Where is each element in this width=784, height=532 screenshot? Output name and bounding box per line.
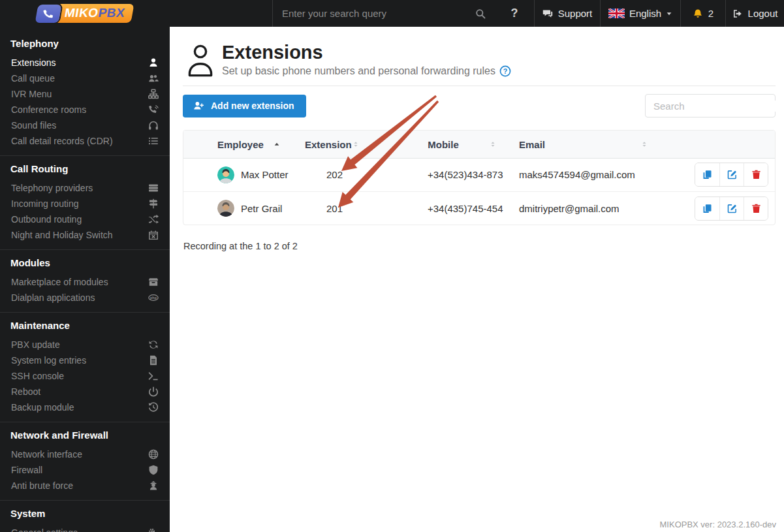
sidebar-item-label: Firewall [11,465,42,475]
delete-button[interactable] [744,197,768,220]
status-cell [183,158,212,191]
row-actions [695,196,768,221]
sidebar-item-label: Call detail records (CDR) [11,136,113,146]
sidebar-item-label: Anti brute force [11,480,73,491]
extension-cell: 202 [297,158,375,191]
employee-cell: Petr Grail [212,191,297,225]
extension-cell: 201 [297,191,375,225]
sort-icon[interactable] [640,140,648,148]
main-content: Extensions Set up basic phone numbers an… [170,27,784,532]
search-icon[interactable] [475,8,486,19]
sidebar-item-anti-brute-force[interactable]: Anti brute force [0,478,170,493]
column-header-extension[interactable]: Extension [297,131,375,158]
language-selector[interactable]: English [601,0,680,27]
sidebar-section-title: Telephony [0,33,170,55]
sidebar-item-label: Outbound routing [11,214,82,225]
sidebar-item-night-and-holiday-switch[interactable]: Night and Holiday Switch [0,227,170,243]
status-cell [183,191,212,225]
sort-icon[interactable] [352,140,360,148]
sidebar-item-label: Incoming routing [11,198,79,209]
user-plus-icon [193,101,204,111]
add-extension-button[interactable]: Add new extension [183,95,306,117]
sidebar-item-call-detail-records-cdr[interactable]: Call detail records (CDR) [0,133,170,149]
sidebar-section-title: Network and Firewall [0,425,170,446]
version-label: MIKOPBX ver: 2023.2.160-dev [660,520,776,529]
headphones-icon [148,120,159,131]
extensions-table-body: Max Potter202+34(523)434-873maks4574594@… [183,158,775,225]
random-icon [148,214,159,225]
copy-button[interactable] [695,197,719,220]
comments-icon [542,8,553,19]
sidebar-item-call-queue[interactable]: Call queue [0,70,170,86]
file-lines-icon [148,355,159,366]
sort-asc-icon[interactable] [273,140,281,148]
sidebar-item-sound-files[interactable]: Sound files [0,117,170,133]
sidebar-item-label: General settings [11,527,78,532]
sidebar-item-label: Conference rooms [11,104,86,115]
edit-button[interactable] [719,163,744,186]
global-search[interactable] [273,0,495,27]
sidebar-item-pbx-update[interactable]: PBX update [0,337,170,352]
sidebar-item-label: Network interface [11,449,82,460]
help-button[interactable]: ? [495,0,534,27]
list-icon [148,136,159,146]
sidebar-item-extensions[interactable]: Extensions [0,55,170,70]
sidebar-section-title: Call Routing [0,159,170,180]
sidebar-section-maintenance: MaintenancePBX updateSystem log entriesS… [0,312,170,422]
user-icon [148,57,159,68]
uk-flag-icon [608,8,625,18]
calendar-times-icon [148,230,159,240]
sidebar-item-ivr-menu[interactable]: IVR Menu [0,86,170,102]
table-search-input[interactable] [653,101,783,112]
column-header-employee[interactable]: Employee [212,131,297,158]
sidebar-section-network-and-firewall: Network and FirewallNetwork interfaceFir… [0,422,170,500]
sidebar-item-system-log-entries[interactable]: System log entries [0,352,170,368]
user-secret-icon [148,480,159,491]
table-search[interactable] [645,94,776,117]
sidebar-item-backup-module[interactable]: Backup module [0,399,170,415]
copy-icon [702,170,712,180]
column-header-email[interactable]: Email [511,131,665,158]
edit-button[interactable] [719,197,744,220]
column-header-mobile[interactable]: Mobile [375,131,511,158]
mobile-cell: +34(435)745-454 [375,191,511,225]
delete-button[interactable] [744,163,768,186]
logout-button[interactable]: Logout [726,0,784,27]
question-icon: ? [511,7,518,20]
copy-button[interactable] [695,163,719,186]
sidebar-item-incoming-routing[interactable]: Incoming routing [0,196,170,211]
page-title: Extensions [222,42,511,62]
sidebar-item-telephony-providers[interactable]: Telephony providers [0,180,170,196]
email-cell: maks4574594@gmail.com [511,158,665,191]
sitemap-icon [148,89,159,99]
box-icon [148,277,159,287]
history-icon [148,402,159,413]
sidebar-section-modules: ModulesMarketplace of modulesDialplan ap… [0,249,170,312]
sidebar-item-ssh-console[interactable]: SSH console [0,368,170,384]
sync-icon [148,339,159,350]
sidebar-item-conference-rooms[interactable]: Conference rooms [0,102,170,117]
sidebar-item-firewall[interactable]: Firewall [0,462,170,478]
language-label: English [629,8,661,19]
sidebar-item-general-settings[interactable]: General settings [0,525,170,532]
sidebar-item-reboot[interactable]: Reboot [0,384,170,399]
app-logo[interactable]: MIKOPBX [0,0,170,27]
sort-icon[interactable] [489,140,497,148]
sidebar-item-outbound-routing[interactable]: Outbound routing [0,211,170,227]
sidebar-item-dialplan-applications[interactable]: Dialplan applicationsphp [0,290,170,305]
chevron-down-icon [666,10,672,17]
sidebar-item-marketplace-of-modules[interactable]: Marketplace of modules [0,274,170,290]
email-cell: dmitriypetr@gmail.com [511,191,665,225]
notifications-button[interactable]: 2 [681,0,725,27]
global-search-input[interactable] [282,8,475,19]
support-button[interactable]: Support [535,0,600,27]
sidebar-item-network-interface[interactable]: Network interface [0,446,170,462]
question-circle-icon[interactable]: ? [499,65,511,77]
terminal-icon [148,371,159,381]
php-icon: php [148,292,159,303]
table-row-max-potter[interactable]: Max Potter202+34(523)434-873maks4574594@… [183,158,775,191]
topbar-spacer [170,0,272,27]
table-row-petr-grail[interactable]: Petr Grail201+34(435)745-454dmitriypetr@… [183,191,775,225]
phone-icon [35,5,62,23]
page-header: Extensions Set up basic phone numbers an… [170,27,784,77]
